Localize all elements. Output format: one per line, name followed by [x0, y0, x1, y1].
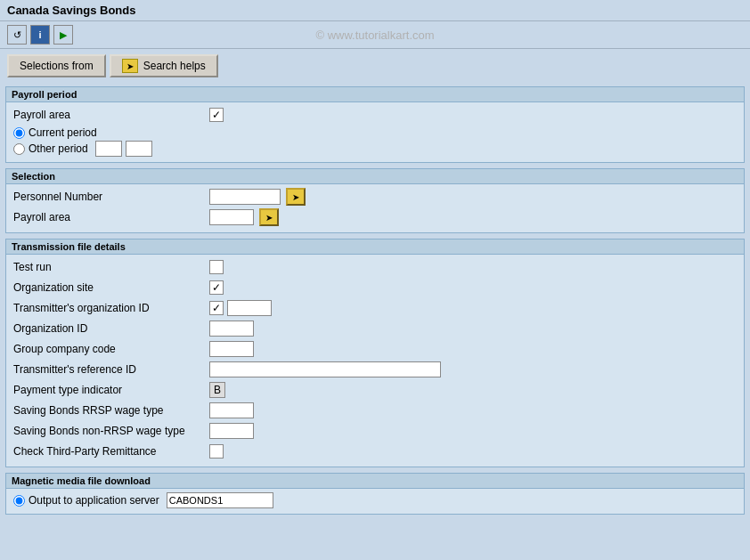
transmitter-org-id-label: Transmitter's organization ID [13, 302, 209, 314]
saving-bonds-rrsp-input[interactable] [209, 402, 254, 418]
title-bar: Canada Savings Bonds [0, 0, 750, 21]
payroll-period-section: Payroll period Payroll area Current peri… [5, 86, 745, 163]
org-site-label: Organization site [13, 281, 209, 294]
search-helps-label: Search helps [143, 60, 206, 72]
payroll-period-header: Payroll period [6, 87, 744, 102]
transmitter-ref-label: Transmitter's reference ID [13, 363, 209, 376]
back-icon[interactable]: ↺ [7, 25, 27, 45]
app-title: Canada Savings Bonds [7, 4, 135, 17]
other-period-label: Other period [29, 142, 88, 155]
transmission-section: Transmission file details Test run Organ… [5, 239, 745, 467]
payment-type-value: B [209, 382, 225, 398]
other-period-radio[interactable] [13, 143, 25, 155]
transmission-header: Transmission file details [6, 239, 744, 255]
saving-bonds-non-rrsp-input[interactable] [209, 423, 254, 439]
current-period-label: Current period [29, 126, 97, 139]
org-site-checkbox[interactable] [209, 280, 224, 295]
selections-from-button[interactable]: Selections from [7, 54, 106, 77]
transmitter-ref-input[interactable] [209, 361, 441, 377]
watermark: © www.tutorialkart.com [315, 28, 434, 42]
check-third-party-checkbox[interactable] [209, 444, 224, 459]
info-icon[interactable]: i [30, 25, 50, 45]
personnel-number-search-icon[interactable]: ➤ [286, 188, 306, 206]
payment-type-label: Payment type indicator [13, 384, 209, 396]
selection-payroll-area-search-icon[interactable]: ➤ [259, 208, 279, 226]
saving-bonds-rrsp-label: Saving Bonds RRSP wage type [13, 404, 209, 417]
transmitter-org-id-input[interactable] [227, 300, 272, 316]
magnetic-header: Magnetic media file download [6, 474, 744, 489]
personnel-number-label: Personnel Number [13, 191, 209, 203]
magnetic-section: Magnetic media file download Output to a… [5, 473, 745, 515]
personnel-number-input[interactable] [209, 189, 281, 205]
test-run-checkbox[interactable] [209, 260, 224, 274]
selection-section: Selection Personnel Number ➤ Payroll are… [5, 168, 745, 233]
other-period-input-1[interactable] [95, 141, 122, 157]
group-company-input[interactable] [209, 341, 254, 357]
selection-header: Selection [6, 169, 744, 184]
payroll-area-label: Payroll area [13, 109, 209, 121]
org-id-label: Organization ID [13, 322, 209, 335]
search-helps-arrow-icon: ➤ [122, 59, 138, 73]
saving-bonds-non-rrsp-label: Saving Bonds non-RRSP wage type [13, 425, 209, 437]
selection-payroll-area-label: Payroll area [13, 211, 209, 223]
toolbar: ↺ i ▶ © www.tutorialkart.com [0, 21, 750, 49]
org-id-input[interactable] [209, 321, 254, 337]
selection-payroll-area-input[interactable] [209, 209, 254, 225]
selections-from-label: Selections from [20, 60, 94, 72]
output-value-input[interactable] [167, 492, 273, 508]
other-period-input-2[interactable] [126, 141, 152, 157]
check-third-party-label: Check Third-Party Remittance [13, 445, 209, 458]
current-period-radio[interactable] [13, 127, 25, 139]
group-company-label: Group company code [13, 343, 209, 355]
payroll-area-checkbox[interactable] [209, 108, 224, 122]
output-radio[interactable] [13, 495, 25, 507]
test-run-label: Test run [13, 261, 209, 273]
search-helps-button[interactable]: ➤ Search helps [110, 54, 218, 77]
transmitter-org-id-checkbox[interactable] [209, 301, 224, 315]
output-label: Output to application server [29, 494, 159, 507]
jump-icon[interactable]: ▶ [53, 25, 73, 45]
